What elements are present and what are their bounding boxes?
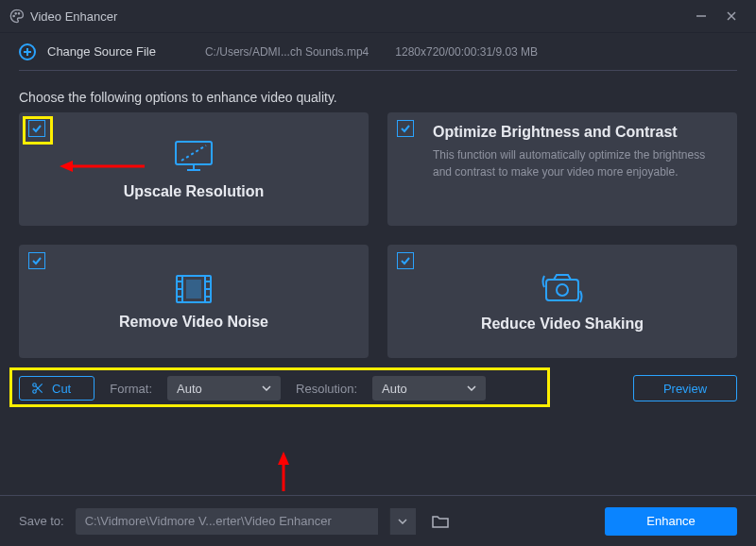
svg-point-27 — [33, 390, 37, 394]
resolution-label: Resolution: — [296, 382, 357, 396]
save-path-dropdown[interactable] — [389, 508, 416, 535]
options-grid: Upscale Resolution Optimize Brightness a… — [0, 112, 756, 358]
resolution-value: Auto — [382, 382, 407, 396]
source-meta: 1280x720/00:00:31/9.03 MB — [395, 45, 538, 59]
card-shaking-title: Reduce Video Shaking — [481, 316, 644, 333]
camera-icon — [539, 270, 586, 308]
cut-button[interactable]: Cut — [19, 376, 94, 401]
checkbox-brightness[interactable] — [397, 120, 414, 137]
enhance-button[interactable]: Enhance — [605, 507, 737, 536]
svg-rect-21 — [186, 280, 201, 299]
checkbox-upscale[interactable] — [28, 120, 45, 137]
titlebar: Video Enhancer — [0, 0, 756, 32]
browse-folder-button[interactable] — [427, 508, 454, 535]
card-upscale-resolution[interactable]: Upscale Resolution — [19, 112, 369, 226]
preview-label: Preview — [663, 382, 707, 396]
plus-circle-icon[interactable] — [19, 43, 36, 60]
cut-label: Cut — [52, 382, 71, 396]
card-reduce-shaking[interactable]: Reduce Video Shaking — [387, 245, 737, 358]
chevron-down-icon — [262, 385, 271, 391]
enhance-label: Enhance — [646, 514, 695, 528]
output-controls: Cut Format: Auto Resolution: Auto Previe… — [19, 375, 737, 401]
svg-point-2 — [18, 13, 19, 14]
source-toolbar: Change Source File C:/Users/ADMI...ch So… — [0, 32, 756, 70]
window-title: Video Enhancer — [30, 9, 117, 24]
source-path: C:/Users/ADMI...ch Sounds.mp4 — [205, 45, 369, 59]
format-label: Format: — [110, 382, 152, 396]
save-path-value: C:\Vidmore\Vidmore V...erter\Video Enhan… — [85, 514, 332, 528]
monitor-icon — [172, 138, 215, 176]
card-upscale-title: Upscale Resolution — [124, 183, 264, 200]
svg-marker-31 — [278, 452, 289, 465]
palette-icon — [9, 9, 25, 24]
instruction-text: Choose the following options to enhance … — [0, 71, 756, 112]
footer: Save to: C:\Vidmore\Vidmore V...erter\Vi… — [0, 495, 756, 546]
checkbox-shaking[interactable] — [397, 252, 414, 269]
minimize-button[interactable] — [686, 6, 716, 26]
save-path-field[interactable]: C:\Vidmore\Vidmore V...erter\Video Enhan… — [76, 508, 378, 535]
card-brightness-desc: This function will automatically optimiz… — [433, 146, 722, 180]
svg-point-0 — [13, 15, 14, 16]
card-remove-noise[interactable]: Remove Video Noise — [19, 245, 369, 358]
card-noise-title: Remove Video Noise — [119, 314, 268, 331]
format-select[interactable]: Auto — [167, 376, 281, 401]
svg-rect-8 — [176, 142, 212, 164]
save-to-label: Save to: — [19, 514, 64, 528]
svg-point-1 — [15, 13, 16, 14]
film-icon — [173, 272, 215, 306]
close-button[interactable] — [716, 6, 747, 26]
card-brightness-title: Optimize Brightness and Contrast — [433, 124, 722, 141]
change-source-link[interactable]: Change Source File — [47, 44, 156, 59]
svg-point-23 — [557, 284, 568, 296]
svg-point-26 — [33, 384, 37, 387]
resolution-select[interactable]: Auto — [372, 376, 486, 401]
chevron-down-icon — [467, 385, 476, 391]
preview-button[interactable]: Preview — [633, 375, 737, 401]
format-value: Auto — [177, 382, 202, 396]
svg-rect-22 — [546, 280, 578, 300]
annotation-arrow-controls — [274, 452, 293, 491]
card-optimize-brightness[interactable]: Optimize Brightness and Contrast This fu… — [387, 112, 737, 226]
svg-line-9 — [181, 145, 206, 161]
checkbox-noise[interactable] — [28, 252, 45, 269]
scissors-icon — [31, 382, 44, 395]
